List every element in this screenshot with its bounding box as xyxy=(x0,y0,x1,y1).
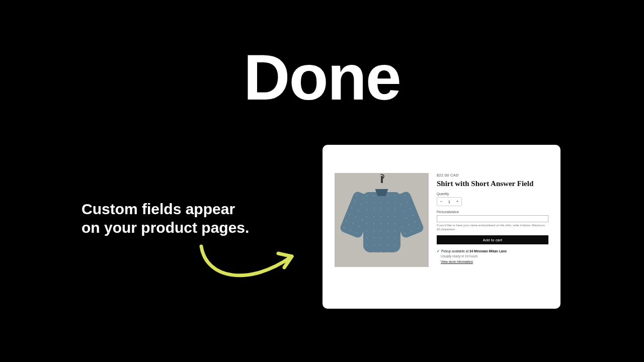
quantity-increase-button[interactable]: + xyxy=(453,198,461,206)
product-details: $22.00 CAD Shirt with Short Answer Field… xyxy=(437,173,548,297)
hanger-stem-icon xyxy=(381,176,383,183)
product-page-card: $22.00 CAD Shirt with Short Answer Field… xyxy=(323,145,560,309)
check-icon: ✓ xyxy=(437,249,440,253)
product-title: Shirt with Short Answer Field xyxy=(437,179,548,188)
shirt-illustration xyxy=(349,187,415,253)
quantity-value: 1 xyxy=(445,200,453,204)
personalization-hint: If you'd like to have your name embroide… xyxy=(437,224,548,231)
personalization-label: Personalization xyxy=(437,210,548,214)
quantity-label: Quantity xyxy=(437,192,548,196)
personalization-input[interactable] xyxy=(437,215,548,222)
pickup-link-row: View store information xyxy=(441,260,548,263)
view-store-info-link[interactable]: View store information xyxy=(441,260,473,263)
pickup-availability: ✓Pickup available at 34 Minowan Mikan La… xyxy=(437,249,548,263)
quantity-decrease-button[interactable]: − xyxy=(437,198,445,206)
product-page-content: $22.00 CAD Shirt with Short Answer Field… xyxy=(335,173,548,297)
product-image xyxy=(335,173,429,267)
pickup-eta: Usually ready in 24 hours xyxy=(441,254,548,258)
pickup-location: 34 Minowan Mikan Lane xyxy=(469,249,507,253)
slide-headline: Done xyxy=(0,40,644,114)
slide-stage: Done Custom fields appear on your produc… xyxy=(0,0,644,362)
pickup-prefix: Pickup available at xyxy=(441,249,469,253)
caption-line-1: Custom fields appear xyxy=(82,200,249,219)
callout-arrow-icon xyxy=(194,241,299,287)
caption-line-2: on your product pages. xyxy=(82,219,249,237)
quantity-stepper: − 1 + xyxy=(437,197,462,206)
add-to-cart-button[interactable]: Add to cart xyxy=(437,235,548,244)
slide-caption: Custom fields appear on your product pag… xyxy=(82,200,249,237)
product-price: $22.00 CAD xyxy=(437,173,548,177)
pickup-line-1: ✓Pickup available at 34 Minowan Mikan La… xyxy=(437,249,548,253)
